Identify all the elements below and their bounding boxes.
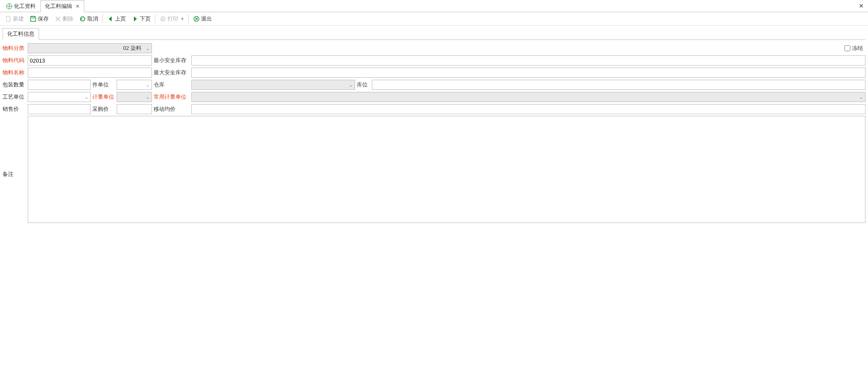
close-icon[interactable]: ✕ bbox=[76, 3, 80, 9]
globe-icon bbox=[6, 3, 12, 9]
label-max-safe-stock: 最大安全库存 bbox=[154, 69, 191, 76]
purchase-price-input[interactable] bbox=[117, 104, 152, 114]
svg-rect-1 bbox=[32, 16, 34, 18]
label-sale-price: 销售价 bbox=[3, 105, 28, 113]
print-label: 打印 bbox=[167, 15, 178, 23]
material-category-select[interactable]: 02 染料 ⌵ bbox=[28, 43, 152, 53]
new-label: 新建 bbox=[13, 15, 24, 23]
app-tabs-bar: 化工资料 化工料编辑 ✕ ✕ bbox=[0, 0, 868, 12]
label-piece-unit: 件单位 bbox=[92, 81, 117, 89]
toolbar-separator bbox=[102, 15, 103, 23]
save-icon bbox=[30, 16, 37, 22]
label-measure-unit: 计量单位 bbox=[92, 93, 117, 101]
cancel-button[interactable]: 取消 bbox=[77, 14, 101, 24]
moving-avg-price-input bbox=[191, 104, 865, 114]
svg-rect-0 bbox=[6, 16, 10, 21]
chevron-down-icon: ⌵ bbox=[347, 83, 355, 87]
measure-unit-select[interactable]: ⌵ bbox=[117, 92, 152, 102]
cancel-label: 取消 bbox=[87, 15, 98, 23]
chevron-down-icon: ⌵ bbox=[83, 95, 90, 99]
label-common-measure-unit: 常用计量单位 bbox=[154, 93, 191, 101]
content-tabs: 化工料信息 bbox=[0, 26, 868, 40]
chevron-down-icon: ⌵ bbox=[144, 46, 152, 51]
toolbar: 新建 保存 删除 取消 上页 下页 打印 ▼ 退出 bbox=[0, 12, 868, 26]
location-input[interactable] bbox=[372, 80, 865, 90]
sale-price-input[interactable] bbox=[28, 104, 91, 114]
label-material-code: 物料代码 bbox=[3, 57, 28, 64]
label-location: 库位 bbox=[357, 81, 372, 89]
label-purchase-price: 采购价 bbox=[92, 105, 117, 113]
prev-page-button[interactable]: 上页 bbox=[105, 14, 128, 24]
label-warehouse: 仓库 bbox=[154, 81, 191, 89]
save-button[interactable]: 保存 bbox=[27, 14, 51, 24]
prev-icon bbox=[107, 16, 114, 22]
label-pack-qty: 包装数量 bbox=[3, 81, 28, 89]
save-label: 保存 bbox=[38, 15, 49, 23]
new-icon bbox=[5, 16, 12, 22]
material-code-input[interactable] bbox=[28, 55, 152, 65]
material-category-value: 02 染料 bbox=[28, 44, 144, 52]
cancel-icon bbox=[79, 16, 86, 22]
warehouse-select[interactable]: ⌵ bbox=[191, 80, 355, 90]
delete-icon bbox=[55, 16, 61, 22]
chevron-down-icon: ⌵ bbox=[144, 95, 152, 99]
print-button[interactable]: 打印 ▼ bbox=[157, 14, 187, 24]
freeze-checkbox-input[interactable] bbox=[844, 45, 850, 51]
content-tab-label: 化工料信息 bbox=[7, 31, 34, 37]
material-name-input[interactable] bbox=[28, 68, 152, 78]
window-close-button[interactable]: ✕ bbox=[855, 1, 868, 11]
chevron-down-icon: ⌵ bbox=[858, 95, 865, 99]
chevron-down-icon: ▼ bbox=[180, 17, 184, 21]
tab-chemical-edit[interactable]: 化工料编辑 ✕ bbox=[40, 0, 84, 12]
delete-label: 删除 bbox=[63, 15, 73, 23]
exit-label: 退出 bbox=[201, 15, 212, 23]
next-label: 下页 bbox=[140, 15, 151, 23]
tab-label: 化工资料 bbox=[14, 3, 36, 10]
max-safe-stock-input[interactable] bbox=[191, 68, 865, 78]
material-form: 物料分类 02 染料 ⌵ 冻结 物料代码 最小安全库存 物料名称 最大安全库存 … bbox=[0, 40, 868, 227]
label-material-category: 物料分类 bbox=[3, 44, 28, 52]
tab-chemical-data[interactable]: 化工资料 bbox=[2, 0, 40, 12]
toolbar-separator bbox=[155, 15, 155, 23]
label-min-safe-stock: 最小安全库存 bbox=[154, 57, 191, 64]
freeze-checkbox[interactable]: 冻结 bbox=[844, 44, 865, 52]
new-button[interactable]: 新建 bbox=[3, 14, 26, 24]
exit-icon bbox=[193, 16, 200, 22]
min-safe-stock-input[interactable] bbox=[191, 55, 865, 65]
exit-button[interactable]: 退出 bbox=[191, 14, 214, 24]
chevron-down-icon: ⌵ bbox=[144, 83, 152, 87]
next-icon bbox=[132, 16, 139, 22]
freeze-label: 冻结 bbox=[852, 44, 863, 52]
process-unit-select[interactable]: ⌵ bbox=[28, 92, 91, 102]
tab-label: 化工料编辑 bbox=[45, 3, 72, 10]
label-remark: 备注 bbox=[3, 116, 28, 178]
tab-material-info[interactable]: 化工料信息 bbox=[3, 28, 39, 40]
pack-qty-input[interactable] bbox=[28, 80, 91, 90]
label-material-name: 物料名称 bbox=[3, 69, 28, 76]
toolbar-separator bbox=[188, 15, 189, 23]
svg-rect-3 bbox=[162, 17, 164, 18]
next-page-button[interactable]: 下页 bbox=[129, 14, 153, 24]
prev-label: 上页 bbox=[115, 15, 126, 23]
common-measure-unit-select[interactable]: ⌵ bbox=[191, 92, 865, 102]
label-moving-avg-price: 移动均价 bbox=[154, 105, 191, 113]
label-process-unit: 工艺单位 bbox=[3, 93, 28, 101]
delete-button[interactable]: 删除 bbox=[52, 14, 76, 24]
print-icon bbox=[159, 16, 166, 22]
remark-textarea[interactable] bbox=[28, 116, 865, 223]
piece-unit-select[interactable]: ⌵ bbox=[117, 80, 152, 90]
